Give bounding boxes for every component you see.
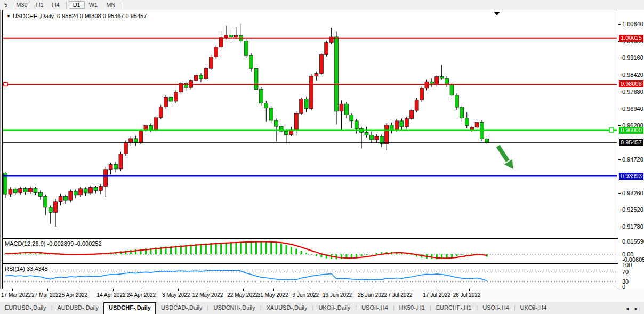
price-badge-0.95457: 0.95457 [619,139,643,146]
horizontal-line-0.96000[interactable] [3,128,617,132]
price-axis-tick [618,193,621,194]
price-axis-tick [618,92,621,92]
date-label: 3 May 2022 [162,292,190,298]
tab-eurusd-daily[interactable]: EURUSD-,Daily [0,302,51,314]
tab-usdcnh-daily[interactable]: USDCNH-,Daily [208,302,260,314]
rsi-label: RSI(14) 33.4348 [5,265,48,272]
price-axis[interactable]: 1.006400.999000.991600.984200.976800.969… [618,10,644,289]
timeframe-button-H1[interactable]: H1 [32,1,48,9]
macd-indicator-panel[interactable]: MACD(12,26,9) -0.002899 -0.000252 [2,238,618,263]
candles [4,24,489,227]
date-tick [404,289,404,291]
price-axis-tick [618,159,621,160]
date-label: 27 Mar 2022 [31,292,61,298]
date-tick [339,289,339,291]
date-label: 28 Jun 2022 [358,292,387,298]
tab-usdcad-daily[interactable]: USDCAD-,Daily [156,302,207,314]
date-label: 7 Jul 2022 [388,292,412,298]
date-label: 5 Apr 2022 [62,292,87,298]
toolbar-separator [122,2,122,9]
tab-hk50-h1[interactable]: HK50-,H1 [395,302,430,314]
date-tick [208,289,208,291]
date-tick [47,289,48,291]
price-axis-tick [618,109,621,109]
date-label: 17 Mar 2022 [1,292,31,298]
macd-label: MACD(12,26,9) -0.002899 -0.000252 [5,240,102,247]
price-axis-tick [618,24,621,25]
price-axis-label: 0.97680 [622,88,643,95]
timeframe-button-M30[interactable]: M30 [12,1,31,9]
tab-audusd-daily[interactable]: AUDUSD-,Daily [52,302,103,314]
tab-ukoil-h4[interactable]: UKOil-,H4 [516,302,552,314]
tab-ukoil-daily[interactable]: UKOil-,Daily [313,302,355,314]
down-arrow-annotation[interactable] [498,146,513,169]
date-label: 26 Jul 2022 [453,292,481,298]
tab-usoil-h4[interactable]: USOil-,H4 [478,302,514,314]
price-badge-0.93993: 0.93993 [619,173,643,180]
toolbar-separator [66,2,67,9]
indicator-axis-label: 0.015596 [622,238,644,245]
price-axis-tick [618,58,621,58]
price-axis-tick [618,75,621,75]
date-tick [178,289,179,291]
tab-usoil-h4[interactable]: USOil-,H4 [357,302,393,314]
date-label: 9 Jun 2022 [293,292,319,298]
tab-scroll-left-icon[interactable]: ◄ [625,306,630,311]
tab-scroll-right-icon[interactable]: ► [634,306,639,311]
indicator-axis-label: 70 [622,269,629,275]
price-axis-label: 0.91780 [622,223,643,230]
price-chart-panel[interactable]: ▼USDCHF-,Daily 0.95824 0.96308 0.95367 0… [2,10,618,238]
price-axis-tick [618,210,621,210]
tab-xauusd-daily[interactable]: XAUUSD-,Daily [262,302,312,314]
chart-ohlc-values: 0.95824 0.96308 0.95367 0.95457 [57,13,147,19]
timeframe-button-MN[interactable]: MN [102,1,119,9]
date-label: 14 Apr 2022 [97,292,126,298]
timeframe-button-5[interactable]: 5 [0,1,12,9]
price-axis-label: 0.98420 [622,71,643,78]
timeframe-button-W1[interactable]: W1 [85,1,102,9]
timeframe-button-H4[interactable]: H4 [48,1,64,9]
chart-shift-marker[interactable] [494,12,500,15]
timeframe-button-D1[interactable]: D1 [69,1,85,9]
window-left-edge [0,10,1,302]
symbol-tab-bar: EURUSD-,Daily|AUDUSD-,DailyUSDCHF-,Daily… [0,302,644,314]
date-tick [273,289,274,291]
date-tick [143,289,143,291]
price-axis-label: 0.93260 [622,190,643,196]
price-axis-tick [618,125,621,126]
tab-eurchf-h1[interactable]: EURCHF-,H1 [431,302,477,314]
collapse-icon[interactable]: ▼ [6,14,11,19]
date-axis[interactable]: 17 Mar 202227 Mar 20225 Apr 202214 Apr 2… [0,289,644,302]
date-label: 17 Jul 2022 [423,292,450,298]
price-axis-label: 0.99160 [622,54,643,61]
rsi-indicator-panel[interactable]: RSI(14) 33.4348 [2,263,618,289]
price-axis-label: 1.00640 [622,21,643,27]
date-tick [243,289,244,291]
timeframe-toolbar: 5M30H1H4D1W1MN [0,0,644,10]
date-tick [374,289,374,291]
chart-symbol-label: USDCHF-,Daily [13,13,54,19]
date-tick [12,289,13,291]
price-axis-label: 0.94720 [622,156,643,163]
price-axis-label: 0.96940 [622,106,643,112]
rsi-line [5,270,487,281]
date-tick [469,289,470,291]
date-label: 22 May 2022 [227,292,258,298]
date-label: 24 Apr 2022 [127,292,156,298]
price-axis-tick [618,227,621,227]
price-badge-0.98008: 0.98008 [619,80,643,87]
price-badge-1.00015: 1.00015 [619,35,643,42]
date-tick [113,289,114,291]
price-axis-label: 0.92520 [622,206,643,213]
date-label: 31 May 2022 [257,292,288,298]
date-tick [439,289,439,291]
price-badge-0.96000: 0.96000 [619,127,643,134]
chart-title: ▼USDCHF-,Daily 0.95824 0.96308 0.95367 0… [6,13,147,19]
date-label: 19 Jun 2022 [323,292,352,298]
date-tick [78,289,78,291]
date-label: 12 May 2022 [192,292,223,298]
tab-usdchf-daily[interactable]: USDCHF-,Daily [103,302,156,314]
trading-terminal-window: { "toolbar": { "timeframes": [ {"label":… [0,0,644,314]
date-tick [309,289,309,291]
tab-scroll-buttons: ◄► [619,302,644,314]
